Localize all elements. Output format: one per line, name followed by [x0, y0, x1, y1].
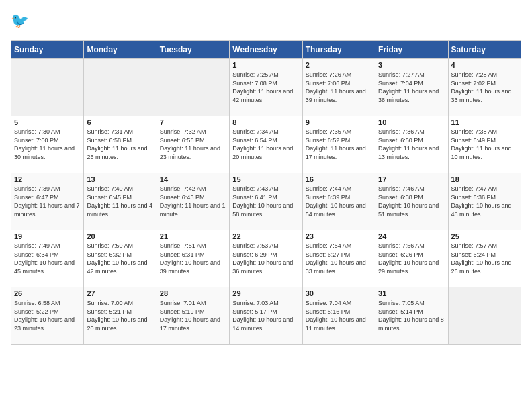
- day-number: 7: [160, 118, 226, 126]
- calendar-cell: 28Sunrise: 7:01 AMSunset: 5:19 PMDayligh…: [157, 287, 229, 345]
- header-thursday: Thursday: [302, 41, 375, 59]
- calendar-cell: 3Sunrise: 7:27 AMSunset: 7:04 PMDaylight…: [375, 59, 448, 116]
- calendar-cell: 9Sunrise: 7:35 AMSunset: 6:52 PMDaylight…: [302, 116, 375, 173]
- calendar-week-row: 5Sunrise: 7:30 AMSunset: 7:00 PMDaylight…: [11, 116, 521, 173]
- day-number: 6: [87, 118, 153, 126]
- day-info: Sunrise: 7:31 AMSunset: 6:58 PMDaylight:…: [87, 128, 153, 161]
- day-number: 29: [232, 289, 299, 298]
- calendar-cell: 8Sunrise: 7:34 AMSunset: 6:54 PMDaylight…: [230, 116, 302, 173]
- day-number: 19: [14, 232, 81, 240]
- day-number: 31: [378, 289, 445, 298]
- day-number: 4: [451, 61, 518, 69]
- day-number: 3: [378, 61, 445, 69]
- calendar-cell: 30Sunrise: 7:04 AMSunset: 5:16 PMDayligh…: [302, 287, 375, 345]
- day-number: 14: [160, 175, 226, 183]
- day-info: Sunrise: 6:58 AMSunset: 5:22 PMDaylight:…: [14, 299, 81, 332]
- day-info: Sunrise: 7:40 AMSunset: 6:45 PMDaylight:…: [87, 185, 153, 218]
- calendar-cell: 19Sunrise: 7:49 AMSunset: 6:34 PMDayligh…: [11, 230, 84, 287]
- day-info: Sunrise: 7:46 AMSunset: 6:38 PMDaylight:…: [378, 185, 445, 218]
- day-info: Sunrise: 7:05 AMSunset: 5:14 PMDaylight:…: [378, 299, 445, 332]
- day-number: 17: [378, 175, 445, 183]
- calendar-cell: 5Sunrise: 7:30 AMSunset: 7:00 PMDaylight…: [11, 116, 84, 173]
- calendar-cell: 2Sunrise: 7:26 AMSunset: 7:06 PMDaylight…: [302, 59, 375, 116]
- day-info: Sunrise: 7:47 AMSunset: 6:36 PMDaylight:…: [451, 185, 518, 218]
- calendar-week-row: 19Sunrise: 7:49 AMSunset: 6:34 PMDayligh…: [11, 230, 521, 287]
- day-info: Sunrise: 7:32 AMSunset: 6:56 PMDaylight:…: [160, 128, 226, 161]
- day-number: 23: [306, 232, 372, 240]
- calendar-cell: [84, 59, 157, 116]
- logo-icon: 🐦: [11, 11, 30, 32]
- day-number: 18: [451, 175, 518, 183]
- day-info: Sunrise: 7:43 AMSunset: 6:41 PMDaylight:…: [232, 185, 299, 218]
- day-info: Sunrise: 7:53 AMSunset: 6:29 PMDaylight:…: [232, 242, 299, 275]
- day-number: 11: [451, 118, 518, 126]
- calendar-header-row: SundayMondayTuesdayWednesdayThursdayFrid…: [11, 41, 521, 59]
- calendar-cell: 7Sunrise: 7:32 AMSunset: 6:56 PMDaylight…: [157, 116, 229, 173]
- day-number: 25: [451, 232, 518, 240]
- day-number: 26: [14, 289, 81, 298]
- day-info: Sunrise: 7:38 AMSunset: 6:49 PMDaylight:…: [451, 128, 518, 161]
- calendar-cell: [11, 59, 84, 116]
- day-info: Sunrise: 7:50 AMSunset: 6:32 PMDaylight:…: [87, 242, 153, 275]
- header-friday: Friday: [375, 41, 448, 59]
- calendar-cell: 4Sunrise: 7:28 AMSunset: 7:02 PMDaylight…: [448, 59, 521, 116]
- calendar-cell: 1Sunrise: 7:25 AMSunset: 7:08 PMDaylight…: [230, 59, 302, 116]
- day-info: Sunrise: 7:44 AMSunset: 6:39 PMDaylight:…: [306, 185, 372, 218]
- day-info: Sunrise: 7:28 AMSunset: 7:02 PMDaylight:…: [451, 71, 518, 104]
- calendar-cell: 22Sunrise: 7:53 AMSunset: 6:29 PMDayligh…: [230, 230, 302, 287]
- day-number: 9: [306, 118, 372, 126]
- day-number: 27: [87, 289, 153, 298]
- calendar-cell: 23Sunrise: 7:54 AMSunset: 6:27 PMDayligh…: [302, 230, 375, 287]
- day-number: 8: [232, 118, 299, 126]
- header-sunday: Sunday: [11, 41, 84, 59]
- day-info: Sunrise: 7:03 AMSunset: 5:17 PMDaylight:…: [232, 299, 299, 332]
- day-info: Sunrise: 7:42 AMSunset: 6:43 PMDaylight:…: [160, 185, 226, 218]
- day-info: Sunrise: 7:26 AMSunset: 7:06 PMDaylight:…: [306, 71, 372, 104]
- calendar-cell: 10Sunrise: 7:36 AMSunset: 6:50 PMDayligh…: [375, 116, 448, 173]
- day-info: Sunrise: 7:36 AMSunset: 6:50 PMDaylight:…: [378, 128, 445, 161]
- calendar-week-row: 26Sunrise: 6:58 AMSunset: 5:22 PMDayligh…: [11, 287, 521, 345]
- calendar-cell: 18Sunrise: 7:47 AMSunset: 6:36 PMDayligh…: [448, 173, 521, 230]
- calendar-cell: 6Sunrise: 7:31 AMSunset: 6:58 PMDaylight…: [84, 116, 157, 173]
- page-header: 🐦: [11, 11, 521, 32]
- calendar-cell: 31Sunrise: 7:05 AMSunset: 5:14 PMDayligh…: [375, 287, 448, 345]
- day-info: Sunrise: 7:51 AMSunset: 6:31 PMDaylight:…: [160, 242, 226, 275]
- calendar-cell: 15Sunrise: 7:43 AMSunset: 6:41 PMDayligh…: [230, 173, 302, 230]
- calendar-cell: 20Sunrise: 7:50 AMSunset: 6:32 PMDayligh…: [84, 230, 157, 287]
- calendar-cell: 24Sunrise: 7:56 AMSunset: 6:26 PMDayligh…: [375, 230, 448, 287]
- day-info: Sunrise: 7:25 AMSunset: 7:08 PMDaylight:…: [232, 71, 299, 104]
- calendar-cell: 27Sunrise: 7:00 AMSunset: 5:21 PMDayligh…: [84, 287, 157, 345]
- day-info: Sunrise: 7:04 AMSunset: 5:16 PMDaylight:…: [306, 299, 372, 332]
- calendar-cell: [157, 59, 229, 116]
- calendar-week-row: 12Sunrise: 7:39 AMSunset: 6:47 PMDayligh…: [11, 173, 521, 230]
- day-info: Sunrise: 7:00 AMSunset: 5:21 PMDaylight:…: [87, 299, 153, 332]
- day-number: 22: [232, 232, 299, 240]
- calendar-week-row: 1Sunrise: 7:25 AMSunset: 7:08 PMDaylight…: [11, 59, 521, 116]
- day-info: Sunrise: 7:01 AMSunset: 5:19 PMDaylight:…: [160, 299, 226, 332]
- day-number: 5: [14, 118, 81, 126]
- calendar-cell: [448, 287, 521, 345]
- day-number: 10: [378, 118, 445, 126]
- calendar-cell: 26Sunrise: 6:58 AMSunset: 5:22 PMDayligh…: [11, 287, 84, 345]
- day-info: Sunrise: 7:56 AMSunset: 6:26 PMDaylight:…: [378, 242, 445, 275]
- day-info: Sunrise: 7:30 AMSunset: 7:00 PMDaylight:…: [14, 128, 81, 161]
- day-number: 12: [14, 175, 81, 183]
- day-number: 15: [232, 175, 299, 183]
- calendar-table: SundayMondayTuesdayWednesdayThursdayFrid…: [11, 40, 521, 345]
- day-number: 20: [87, 232, 153, 240]
- calendar-cell: 11Sunrise: 7:38 AMSunset: 6:49 PMDayligh…: [448, 116, 521, 173]
- day-info: Sunrise: 7:57 AMSunset: 6:24 PMDaylight:…: [451, 242, 518, 275]
- header-monday: Monday: [84, 41, 157, 59]
- calendar-cell: 12Sunrise: 7:39 AMSunset: 6:47 PMDayligh…: [11, 173, 84, 230]
- day-info: Sunrise: 7:49 AMSunset: 6:34 PMDaylight:…: [14, 242, 81, 275]
- header-saturday: Saturday: [448, 41, 521, 59]
- calendar-cell: 17Sunrise: 7:46 AMSunset: 6:38 PMDayligh…: [375, 173, 448, 230]
- day-info: Sunrise: 7:35 AMSunset: 6:52 PMDaylight:…: [306, 128, 372, 161]
- day-number: 13: [87, 175, 153, 183]
- calendar-cell: 13Sunrise: 7:40 AMSunset: 6:45 PMDayligh…: [84, 173, 157, 230]
- day-number: 21: [160, 232, 226, 240]
- header-wednesday: Wednesday: [230, 41, 302, 59]
- day-number: 30: [306, 289, 372, 298]
- calendar-cell: 25Sunrise: 7:57 AMSunset: 6:24 PMDayligh…: [448, 230, 521, 287]
- day-info: Sunrise: 7:34 AMSunset: 6:54 PMDaylight:…: [232, 128, 299, 161]
